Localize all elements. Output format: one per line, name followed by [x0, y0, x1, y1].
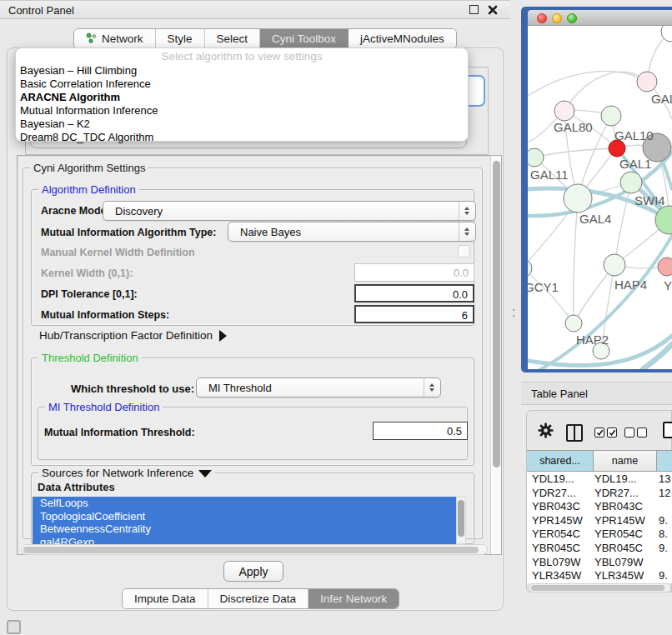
column-header-name[interactable]: name	[594, 451, 657, 472]
mi-steps-field[interactable]: 6	[354, 305, 474, 323]
table-cell[interactable]: 9.	[659, 542, 672, 556]
table-cell[interactable]: YBR045C	[594, 542, 656, 556]
kernel-width-field[interactable]: 0.0	[354, 263, 474, 282]
group-title: Threshold Definition	[38, 352, 142, 364]
table-row[interactable]: YER054C YER054C 8.	[527, 528, 672, 542]
column-label: name	[612, 455, 638, 467]
scrollbar-thumb[interactable]	[531, 585, 664, 591]
algorithm-option[interactable]: Mutual Information Inference	[16, 104, 468, 118]
minimized-panel-icon[interactable]	[7, 620, 21, 634]
table-cell[interactable]: YBL079W	[532, 556, 595, 570]
hub-definition-expander[interactable]: Hub/Transcription Factor Definition	[39, 329, 227, 342]
table-cell[interactable]: 8.	[659, 528, 672, 542]
scrollbar-thumb[interactable]	[23, 547, 479, 553]
table-cell[interactable]: YER054C	[532, 528, 595, 542]
apply-button[interactable]: Apply	[223, 561, 283, 582]
network-node-gal80[interactable]	[554, 101, 574, 121]
network-node-hap2[interactable]	[565, 315, 582, 332]
table-horizontal-scrollbar[interactable]	[529, 583, 671, 592]
table-cell[interactable]: YER054C	[594, 528, 656, 542]
table-cell[interactable]: YBR043C	[594, 500, 656, 514]
network-node[interactable]	[637, 72, 657, 92]
algorithm-option[interactable]: Dream8 DC_TDC Algorithm	[16, 131, 468, 144]
network-node-gcy1[interactable]	[528, 259, 532, 278]
table-cell[interactable]	[659, 556, 672, 570]
algorithm-option-selected[interactable]: ARACNE Algorithm	[16, 91, 468, 104]
document-icon[interactable]	[663, 422, 672, 438]
table-cell[interactable]: YBL079W	[594, 556, 656, 570]
columns-icon[interactable]	[566, 424, 583, 442]
tab-cyni-toolbox[interactable]: Cyni Toolbox	[260, 29, 349, 48]
table-cell[interactable]: YDR27...	[532, 487, 595, 501]
table-cell[interactable]: YPR145W	[594, 514, 656, 528]
table-row[interactable]: YBL079W YBL079W	[527, 556, 672, 570]
tab-select[interactable]: Select	[205, 29, 261, 48]
algorithm-option[interactable]: Bayesian – K2	[16, 118, 468, 131]
table-cell[interactable]: YBR043C	[532, 500, 595, 514]
attribute-item[interactable]: TopologicalCoefficient	[33, 510, 456, 523]
network-node-gal1[interactable]	[609, 140, 625, 157]
close-icon[interactable]	[488, 5, 498, 15]
table-cell[interactable]: YDL19...	[532, 472, 595, 487]
splitter-handle[interactable]	[513, 315, 514, 317]
table-cell[interactable]: YPR145W	[532, 514, 595, 528]
checked-checkbox-icon[interactable]	[594, 428, 604, 438]
scrollbar-thumb[interactable]	[493, 161, 500, 468]
node-label: HAP2	[576, 332, 609, 347]
network-node-gal11[interactable]	[528, 148, 544, 167]
minimize-traffic-light[interactable]	[552, 13, 562, 23]
mi-threshold-field[interactable]: 0.5	[373, 422, 468, 440]
algorithm-option[interactable]: Basic Correlation Inference	[16, 78, 468, 91]
network-node[interactable]	[658, 258, 672, 276]
table-row[interactable]: YBR043C YBR043C	[527, 500, 672, 514]
attribute-item[interactable]: BetweennessCentrality	[33, 522, 456, 536]
table-cell[interactable]	[659, 500, 672, 514]
zoom-traffic-light[interactable]	[567, 13, 577, 23]
dpi-tolerance-field[interactable]: 0.0	[354, 284, 474, 302]
table-cell[interactable]: YBR045C	[532, 542, 595, 556]
close-traffic-light[interactable]	[537, 13, 547, 23]
table-row[interactable]: YBR045C YBR045C 9.	[527, 542, 672, 556]
gear-icon[interactable]	[538, 422, 554, 441]
column-header-shared[interactable]: shared...	[527, 451, 594, 472]
splitter-handle[interactable]	[513, 309, 514, 311]
attribute-item[interactable]: SelfLoops	[33, 497, 456, 510]
table-cell[interactable]: 12	[659, 487, 672, 501]
unchecked-checkbox-icon[interactable]	[637, 428, 647, 438]
network-window-titlebar[interactable]	[528, 10, 672, 26]
manual-kernel-checkbox[interactable]	[458, 245, 470, 258]
aracne-mode-combobox[interactable]: Discovery	[103, 201, 476, 221]
table-cell[interactable]: YDL19...	[594, 472, 656, 487]
network-canvas[interactable]: GAL GAL80 GAL10 GAL1 GAL11 SWI4 GAL4 GCY…	[528, 26, 672, 369]
column-header-partial[interactable]	[657, 451, 672, 472]
mi-type-combobox[interactable]: Naive Bayes	[228, 222, 476, 242]
tab-network[interactable]: Network	[74, 29, 156, 48]
network-node-hap4[interactable]	[604, 254, 625, 276]
table-row[interactable]: YPR145W YPR145W 9.	[527, 514, 672, 528]
settings-horizontal-scrollbar[interactable]	[21, 544, 488, 555]
network-node-gal4[interactable]	[564, 184, 592, 212]
settings-vertical-scrollbar[interactable]	[490, 156, 501, 554]
float-window-icon[interactable]	[469, 5, 479, 14]
sources-collapser[interactable]: Sources for Network Inference	[38, 467, 215, 479]
table-cell[interactable]: YDR27...	[594, 487, 656, 501]
algorithm-option[interactable]: Bayesian – Hill Climbing	[16, 64, 468, 78]
which-threshold-combobox[interactable]: MI Threshold	[196, 378, 441, 398]
tab-impute-data[interactable]: Impute Data	[123, 589, 208, 608]
attributes-scrollbar[interactable]	[456, 497, 466, 544]
table-cell[interactable]: 13	[659, 472, 672, 487]
attribute-item[interactable]: gal4RGexp	[33, 536, 456, 544]
table-cell[interactable]: 9.	[659, 514, 672, 528]
tab-style[interactable]: Style	[156, 29, 205, 48]
unchecked-checkbox-icon[interactable]	[624, 428, 634, 438]
network-node[interactable]	[620, 172, 642, 193]
checked-checkbox-icon[interactable]	[607, 428, 617, 438]
spinner-arrows-icon	[464, 207, 469, 215]
tab-infer-network[interactable]: Infer Network	[308, 589, 399, 608]
table-row[interactable]: YDL19... YDL19... 13	[527, 472, 672, 487]
scrollbar-thumb[interactable]	[458, 500, 464, 537]
network-node-gal10[interactable]	[601, 106, 621, 126]
tab-jactivemnodules[interactable]: jActiveMNodules	[349, 29, 456, 48]
tab-discretize-data[interactable]: Discretize Data	[208, 589, 309, 608]
table-row[interactable]: YDR27... YDR27... 12	[527, 487, 672, 501]
